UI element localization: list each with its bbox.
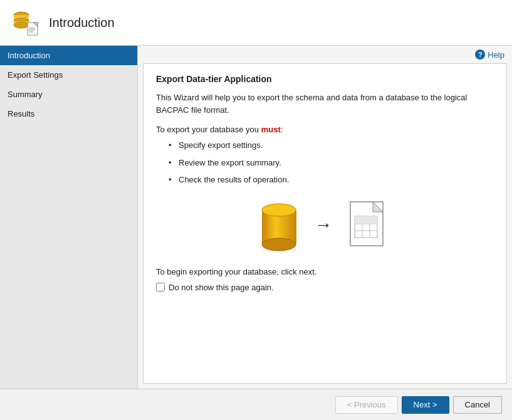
- page-title: Introduction: [49, 16, 115, 30]
- sidebar-item-export-settings[interactable]: Export Settings: [0, 65, 137, 85]
- previous-button[interactable]: < Previous: [335, 396, 398, 414]
- dont-show-checkbox[interactable]: [156, 283, 165, 291]
- content-area: ? Help Export Data-tier Application This…: [138, 46, 512, 389]
- description-text: This Wizard will help you to export the …: [156, 92, 494, 116]
- svg-point-12: [262, 238, 296, 251]
- requirement-item-2: Review the export summary.: [169, 157, 494, 169]
- header: Introduction: [0, 0, 512, 46]
- arrow-icon: →: [315, 215, 332, 235]
- begin-text: To begin exporting your database, click …: [156, 267, 494, 276]
- section-title: Export Data-tier Application: [156, 74, 494, 84]
- svg-rect-8: [29, 29, 35, 31]
- requirement-intro: To export your database you must:: [156, 125, 494, 134]
- sidebar-item-results[interactable]: Results: [0, 104, 137, 123]
- file-illustration-icon: [347, 199, 391, 252]
- content-body: Export Data-tier Application This Wizard…: [143, 63, 507, 384]
- requirements-list: Specify export settings. Review the expo…: [156, 139, 494, 186]
- checkbox-row: Do not show this page again.: [156, 283, 494, 292]
- illustration: →: [156, 199, 494, 252]
- checkbox-label[interactable]: Do not show this page again.: [169, 283, 274, 292]
- sidebar: Introduction Export Settings Summary Res…: [0, 46, 138, 389]
- cancel-button[interactable]: Cancel: [453, 396, 502, 414]
- requirement-item-1: Specify export settings.: [169, 139, 494, 152]
- sidebar-item-summary[interactable]: Summary: [0, 85, 137, 104]
- header-icon: [10, 8, 40, 38]
- footer: < Previous Next > Cancel: [0, 389, 512, 420]
- svg-point-4: [14, 22, 29, 28]
- database-illustration-icon: [259, 199, 300, 252]
- svg-rect-7: [29, 28, 35, 29]
- sidebar-item-introduction[interactable]: Introduction: [0, 46, 137, 65]
- help-bar: ? Help: [138, 46, 512, 63]
- svg-rect-21: [355, 216, 377, 224]
- requirement-item-3: Check the results of operation.: [169, 174, 494, 186]
- svg-rect-9: [29, 31, 33, 33]
- help-icon: ?: [475, 50, 485, 60]
- main-layout: Introduction Export Settings Summary Res…: [0, 46, 512, 389]
- must-text: must: [261, 125, 281, 134]
- next-button[interactable]: Next >: [402, 396, 449, 414]
- help-link[interactable]: ? Help: [475, 50, 504, 60]
